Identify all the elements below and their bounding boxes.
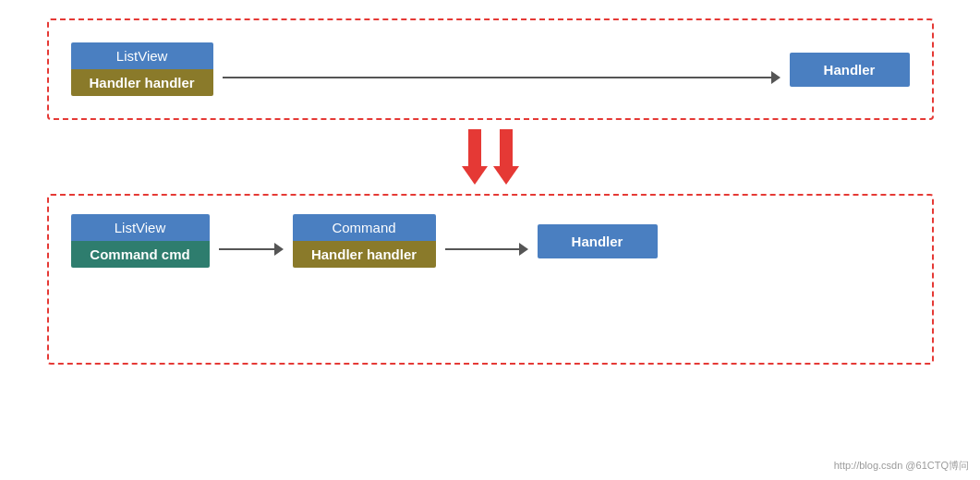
main-container: ListView Handler handler Handler [0,0,980,480]
handler-field-top: Handler handler [71,69,213,96]
command-name-bottom: cmd [162,246,190,262]
down-arrows-section [462,120,519,194]
arrow-head-1 [462,166,488,185]
listview-label-top: ListView [71,42,213,69]
handler-box-top: Handler [790,53,910,87]
down-arrow-2 [493,129,519,185]
listview-component-bottom: ListView Command cmd [71,214,210,268]
top-content: ListView Handler handler Handler [71,42,910,96]
command-component-bottom: Command Handler handler [293,214,436,268]
listview-component-top: ListView Handler handler [71,42,213,96]
connector-arrow-bottom-1 [274,243,284,256]
handler-name-bottom: handler [367,246,417,262]
listview-label-bottom: ListView [71,214,210,241]
handler-field-bottom: Handler handler [293,241,436,268]
down-arrow-1 [462,129,488,185]
connector-arrow-bottom-2 [519,243,528,256]
command-field-bottom: Command cmd [71,241,210,268]
command-type-bottom: Command [90,246,157,262]
connector-line-bottom-2 [445,248,519,250]
command-box-label: Command [293,214,436,241]
top-diagram-box: ListView Handler handler Handler [47,18,934,120]
watermark: http://blog.csdn @61CTQ博问 [834,459,969,473]
bottom-row-1: ListView Command cmd Command Handler han… [71,214,910,268]
handler-name-top: handler [145,75,195,90]
handler-box-bottom: Handler [538,224,658,258]
handler-type-top: Handler [90,75,141,90]
handler-type-bottom: Handler [311,246,363,262]
top-connector [223,71,780,84]
bottom-connector-2 [445,243,528,256]
bottom-connector-1 [219,243,284,256]
connector-line-top [223,77,771,78]
arrow-head-2 [493,166,519,185]
bottom-diagram-box: ListView Command cmd Command Handler han… [47,194,934,365]
connector-arrow-top [771,71,780,84]
arrow-body-1 [468,129,481,166]
arrow-body-2 [500,129,513,166]
connector-line-bottom-1 [219,248,274,250]
